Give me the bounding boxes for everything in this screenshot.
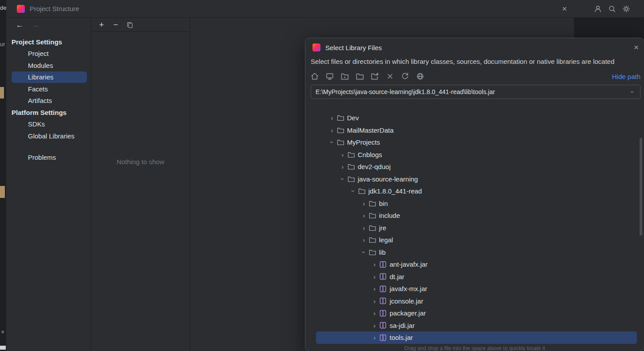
sidebar-item-global-libraries[interactable]: Global Libraries [12,130,87,142]
chevron-collapsed-icon[interactable]: › [370,309,379,317]
dialog-close-button[interactable]: × [634,43,639,52]
nav-history-arrows: ←→ [15,20,39,30]
forward-icon[interactable]: → [31,20,39,30]
chevron-collapsed-icon[interactable]: › [338,151,347,158]
sidebar-item-sdks[interactable]: SDKs [12,118,87,130]
tree-item-label: include [379,212,400,219]
drag-drop-hint: Drag and drop a file into the space abov… [305,345,644,351]
path-value: E:\MyProjects\java-source-learning\jdk1.… [316,88,495,95]
sidebar-item-modules[interactable]: Modules [12,59,87,71]
tree-item-label: jre [379,224,386,232]
chevron-expanded-icon[interactable]: › [360,248,368,256]
tree-item-tools-jar[interactable]: ›tools.jar [316,331,637,344]
window-title: Project Structure [30,5,79,12]
chevron-collapsed-icon[interactable]: › [328,126,336,134]
sidebar-item-artifacts[interactable]: Artifacts [12,95,87,107]
user-icon[interactable] [593,4,602,13]
hide-path-link[interactable]: Hide path [612,73,641,80]
tree-item-label: MyProjects [347,138,380,146]
dialog-title: Select Library Files [325,44,382,51]
sidebar-item-facets[interactable]: Facets [12,83,87,95]
dialog-description: Select files or directories in which lib… [305,57,644,70]
search-icon[interactable] [608,4,617,13]
chevron-collapsed-icon[interactable]: › [370,273,379,280]
sidebar-section-header: Project Settings [6,36,91,48]
window-titlebar: Project Structure × [6,0,574,18]
project-directory-icon[interactable] [340,71,350,81]
tree-item-cnblogs[interactable]: ›Cnblogs [316,149,637,161]
chevron-expanded-icon[interactable]: › [339,174,347,183]
tree-item-label: sa-jdi.jar [390,322,415,329]
tree-item-jre[interactable]: ›jre [316,222,637,234]
select-library-files-dialog: Select Library Files × Select files or d… [305,38,644,351]
path-dropdown-icon[interactable]: › [629,89,636,95]
tree-item-dt-jar[interactable]: ›dt.jar [316,271,637,283]
edge-sliver [0,346,6,350]
edge-marker [0,186,5,198]
chevron-collapsed-icon[interactable]: › [370,260,379,268]
window-close-button[interactable]: × [562,4,567,13]
tree-item-include[interactable]: ›include [316,209,637,222]
chevron-collapsed-icon[interactable]: › [370,285,379,292]
chevron-collapsed-icon[interactable]: › [370,334,379,341]
add-icon[interactable]: + [97,20,106,30]
file-chooser-toolbar: Hide path [305,70,644,85]
tree-item-label: ant-javafx.jar [390,260,428,268]
tree-item-bin[interactable]: ›bin [316,197,637,210]
chevron-collapsed-icon[interactable]: › [328,114,336,122]
tree-scrollbar[interactable] [640,138,642,236]
new-folder-icon[interactable] [370,71,380,81]
folder-icon [336,126,344,134]
edge-text-fragment: ur [0,41,5,47]
sidebar-item-libraries[interactable]: Libraries [12,71,87,83]
back-icon[interactable]: ← [15,20,24,30]
tree-item-myprojects[interactable]: ›MyProjects [316,136,637,149]
sidebar-spacer [6,142,91,152]
ide-titlebar-icons [593,4,631,13]
tree-item-dev[interactable]: ›Dev [316,112,637,124]
chevron-collapsed-icon[interactable]: › [359,236,368,244]
chevron-expanded-icon[interactable]: › [328,138,336,147]
tree-item-label: lib [379,248,386,256]
tree-item-sa-jdi-jar[interactable]: ›sa-jdi.jar [316,319,637,332]
chevron-collapsed-icon[interactable]: › [370,322,379,329]
tree-item-jdk1-8-0-441-read[interactable]: ›jdk1.8.0_441-read [316,185,637,197]
remove-icon[interactable]: − [111,20,121,30]
chevron-collapsed-icon[interactable]: › [338,163,347,170]
copy-icon[interactable] [125,20,135,30]
folder-icon [336,114,344,122]
edge-close-icon[interactable]: × [1,328,4,335]
refresh-icon[interactable] [400,71,410,81]
chevron-collapsed-icon[interactable]: › [359,212,368,219]
home-icon[interactable] [310,71,320,81]
tree-item-mailmasterdata[interactable]: ›MailMasterData [316,124,637,137]
tree-item-label: jdk1.8.0_441-read [368,187,422,195]
chevron-collapsed-icon[interactable]: › [370,297,379,305]
tree-item-packager-jar[interactable]: ›packager.jar [316,307,637,319]
tree-item-label: dev2-qduoj [358,163,390,170]
tree-item-ant-javafx-jar[interactable]: ›ant-javafx.jar [316,258,637,271]
tree-item-lib[interactable]: ›lib [316,246,637,259]
folder-icon [368,212,376,220]
edge-marker [0,87,4,99]
chevron-collapsed-icon[interactable]: › [359,224,368,232]
desktop-icon[interactable] [325,71,335,81]
sidebar-item-problems[interactable]: Problems [12,152,87,164]
tree-item-jconsole-jar[interactable]: ›jconsole.jar [316,295,637,308]
sidebar-item-project[interactable]: Project [12,48,87,60]
show-hidden-icon[interactable] [415,71,425,81]
chevron-collapsed-icon[interactable]: › [359,200,368,207]
tree-item-dev2-qduoj[interactable]: ›dev2-qduoj [316,161,637,173]
tree-item-javafx-mx-jar[interactable]: ›javafx-mx.jar [316,283,637,295]
module-directory-icon[interactable] [355,71,365,81]
chevron-expanded-icon[interactable]: › [350,187,357,196]
folder-icon [347,163,355,171]
tree-item-label: javafx-mx.jar [390,285,427,292]
settings-icon[interactable] [622,4,631,13]
delete-icon[interactable] [385,71,395,81]
folder-icon [347,175,355,183]
tree-item-legal[interactable]: ›legal [316,234,637,246]
path-input[interactable]: E:\MyProjects\java-source-learning\jdk1.… [311,85,640,99]
folder-icon [347,150,355,158]
tree-item-java-source-learning[interactable]: ›java-source-learning [316,173,637,185]
